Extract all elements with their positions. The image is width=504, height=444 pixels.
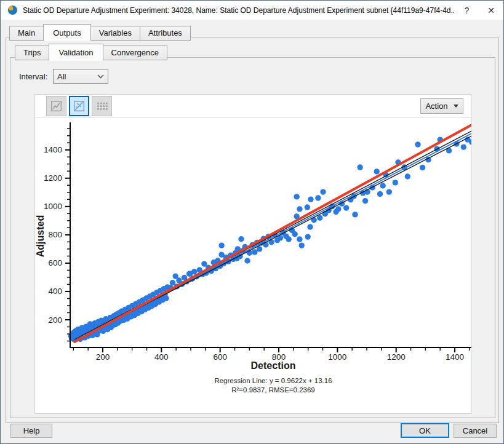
action-button-label: Action — [425, 101, 447, 111]
scatter-point — [292, 231, 298, 237]
scatter-point — [362, 198, 368, 204]
interval-selected-value: All — [57, 72, 97, 81]
scatter-point — [305, 204, 310, 210]
chart-text: 400 — [154, 352, 169, 362]
scatter-point — [297, 206, 302, 212]
chart-text: 600 — [213, 352, 227, 362]
validation-chart-panel: Action 200400600800100012001400200400600… — [34, 94, 471, 414]
window-help-button[interactable]: ? — [454, 1, 479, 20]
chart-text: 1000 — [328, 352, 346, 362]
chart-text: R²=0.9837, RMSE=0.2369 — [231, 386, 315, 394]
window-close-button[interactable]: ✕ — [479, 1, 503, 20]
scatter-point — [163, 295, 169, 301]
scatter-point — [393, 180, 398, 185]
regression-line — [74, 125, 471, 342]
scatter-point — [218, 242, 224, 248]
chart-toolbar: Action — [35, 95, 471, 117]
scatter-point — [320, 189, 326, 194]
scatter-point — [315, 195, 321, 200]
chart-text: 1400 — [446, 352, 464, 362]
scatter-point — [357, 164, 362, 170]
scatter-plot-icon — [73, 100, 86, 113]
title-bar: Static OD Departure Adjustment Experimen… — [1, 1, 503, 20]
window-title: Static OD Departure Adjustment Experimen… — [23, 6, 454, 15]
interval-combobox[interactable]: All — [53, 69, 108, 84]
tab-outputs[interactable]: Outputs — [43, 24, 91, 41]
cancel-button[interactable]: Cancel — [454, 424, 497, 438]
scatter-point — [297, 236, 302, 242]
table-grid-icon — [95, 100, 108, 113]
tab-attributes[interactable]: Attributes — [140, 26, 191, 41]
scatter-point — [377, 191, 383, 197]
chevron-down-icon — [97, 74, 104, 79]
scatter-point — [335, 206, 341, 212]
outputs-sub-tab-bar: Trips Validation Convergence — [15, 44, 167, 60]
chart-text: 800 — [48, 230, 62, 239]
chart-type-line-button[interactable] — [46, 96, 66, 116]
scatter-point — [244, 258, 250, 263]
chart-type-scatter-button[interactable] — [69, 96, 89, 116]
chart-text: 1200 — [44, 173, 62, 183]
chart-text: 1000 — [44, 202, 62, 211]
scatter-point — [352, 212, 358, 217]
chart-text: 200 — [96, 352, 110, 362]
chart-text: 400 — [48, 287, 62, 296]
help-button[interactable]: Help — [10, 424, 52, 438]
scatter-point — [294, 194, 299, 199]
chart-text: Adjusted — [35, 215, 46, 257]
scatter-point — [380, 183, 386, 188]
line-chart-icon — [50, 100, 63, 113]
scatter-point — [305, 234, 311, 239]
scatter-point — [386, 189, 392, 194]
scatter-point — [405, 173, 410, 179]
scatter-point — [307, 224, 313, 229]
scatter-point — [263, 242, 268, 247]
tab-variables[interactable]: Variables — [90, 26, 140, 41]
chart-text: Regression Line: y = 0.9622x + 13.16 — [214, 377, 332, 384]
chart-text: 600 — [48, 258, 62, 268]
scatter-point — [343, 205, 349, 210]
scatter-point — [286, 236, 292, 242]
scatter-point — [461, 144, 466, 149]
scatter-point — [420, 165, 425, 170]
ok-button[interactable]: OK — [401, 423, 449, 438]
dialog-window: Static OD Departure Adjustment Experimen… — [0, 0, 504, 444]
chart-text: 200 — [48, 315, 62, 325]
app-icon — [7, 5, 18, 15]
tab-trips[interactable]: Trips — [15, 46, 49, 60]
scatter-point — [415, 141, 420, 147]
chart-text: Detection — [251, 360, 296, 371]
chart-text: 1400 — [44, 145, 62, 154]
tab-convergence[interactable]: Convergence — [103, 46, 167, 60]
main-tab-bar: Main Outputs Variables Attributes — [9, 24, 190, 41]
chart-type-table-button[interactable] — [92, 96, 112, 116]
scatter-point — [299, 242, 305, 248]
scatter-point — [374, 168, 380, 174]
tab-main[interactable]: Main — [9, 26, 44, 41]
scatter-point — [191, 269, 197, 274]
interval-label: Interval: — [19, 72, 47, 81]
chart-text: 1200 — [387, 352, 406, 362]
action-dropdown-caret-icon — [454, 105, 458, 108]
action-dropdown-button[interactable]: Action — [420, 98, 463, 114]
scatter-point — [238, 236, 244, 242]
tab-validation[interactable]: Validation — [49, 44, 103, 61]
validation-scatter-chart[interactable]: 2004006008001000120014002004006008001000… — [35, 121, 471, 414]
scatter-point — [252, 249, 257, 255]
scatter-point — [308, 196, 313, 202]
